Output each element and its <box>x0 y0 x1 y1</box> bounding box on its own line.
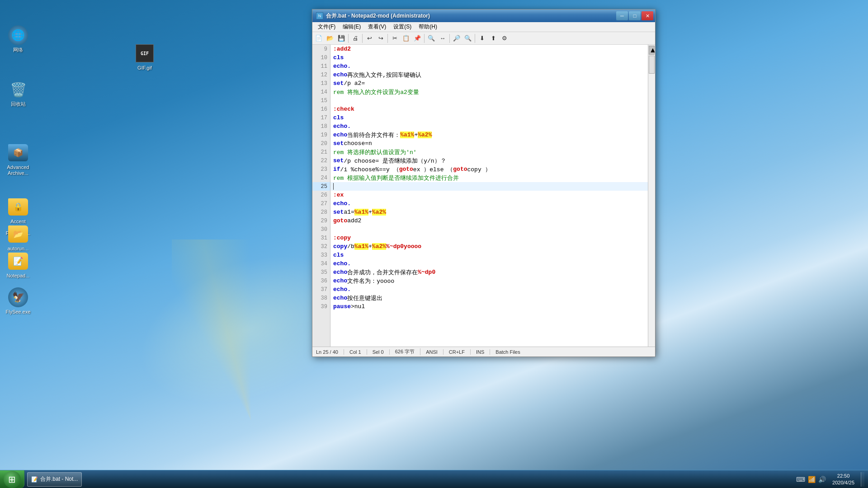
editor-container[interactable]: 9 10 11 12 13 14 15 16 17 18 19 20 21 22… <box>312 45 655 347</box>
toolbar-extra3[interactable]: ⚙ <box>499 33 510 43</box>
code-content-11: echo. <box>333 63 351 70</box>
code-content-24: rem 根据输入值判断是否继续添加文件进行合并 <box>333 174 459 182</box>
show-desktop-button[interactable] <box>861 472 864 487</box>
taskbar-item-label: 合并.bat - Not... <box>40 475 78 483</box>
toolbar-zoom-out[interactable]: 🔍 <box>462 33 473 43</box>
toolbar-extra2[interactable]: ⬆ <box>488 33 499 43</box>
code-line-18: echo. <box>330 122 648 131</box>
desktop-icon-gif[interactable]: GIF GIF.gif <box>129 41 160 74</box>
code-text-38: 按任意键退出 <box>347 294 382 302</box>
toolbar-new[interactable]: 📄 <box>313 33 324 43</box>
ln-12: 12 <box>312 70 330 79</box>
status-position: Ln 25 / 40 <box>316 349 344 355</box>
toolbar-cut[interactable]: ✂ <box>389 33 400 43</box>
status-chars: 626 字节 <box>395 348 420 355</box>
icon-label-gif: GIF.gif <box>136 64 153 72</box>
toolbar-open[interactable]: 📂 <box>325 33 335 43</box>
code-kw-36: echo <box>333 277 347 284</box>
toolbar-redo[interactable]: ↪ <box>375 33 386 43</box>
code-keyword-12: echo <box>333 71 347 78</box>
code-content-14: rem 将拖入的文件设置为a2变量 <box>333 88 419 96</box>
toolbar-copy[interactable]: 📋 <box>401 33 411 43</box>
desktop-icon-recycle[interactable]: 🗑️ 回收站 <box>2 77 34 110</box>
code-line-23: if /i %choose%==y （ goto ex ）else （ goto… <box>330 165 648 174</box>
notepad-window: N 合并.bat - Notepad2-mod (Administrator) … <box>312 9 656 357</box>
start-button[interactable]: ⊞ <box>0 470 24 488</box>
code-area[interactable]: :add2 cls echo. echo 再次拖入文件,按回车键确认 set /… <box>330 45 648 347</box>
clock[interactable]: 22:50 2020/4/25 <box>830 473 857 486</box>
icon-label-recycle: 回收站 <box>9 100 27 108</box>
code-line-36: echo 文件名为：yoooo <box>330 277 648 285</box>
code-plus-28: + <box>368 209 372 216</box>
menu-file[interactable]: 文件(F) <box>314 22 339 32</box>
toolbar-print[interactable]: 🖨 <box>350 33 361 43</box>
code-line-34: echo. <box>330 259 648 268</box>
code-line-22: set /p choose= 是否继续添加（y/n）？ <box>330 156 648 165</box>
code-var-28b: %a2% <box>372 209 386 216</box>
code-var-35: %~dp0 <box>418 269 435 276</box>
status-col: Col 1 <box>349 349 367 355</box>
desktop-light-effect <box>172 239 330 420</box>
ln-14: 14 <box>312 88 330 96</box>
code-content-37: echo. <box>333 286 351 293</box>
code-text-36: 文件名为：yoooo <box>347 277 394 285</box>
ln-23: 23 <box>312 165 330 174</box>
code-line-32: copy /b %a1% + %a2% %~dp0yoooo <box>330 242 648 251</box>
ln-33: 33 <box>312 251 330 259</box>
toolbar-undo[interactable]: ↩ <box>364 33 375 43</box>
code-line-24: rem 根据输入值判断是否继续添加文件进行合并 <box>330 174 648 182</box>
code-content-26: :ex <box>333 192 344 198</box>
window-titlebar: N 合并.bat - Notepad2-mod (Administrator) … <box>312 9 655 22</box>
ln-34: 34 <box>312 259 330 268</box>
desktop-icon-notepad[interactable]: 📝 Notepad... <box>2 249 34 282</box>
code-line-37: echo. <box>330 285 648 294</box>
menu-settings[interactable]: 设置(S) <box>390 22 415 32</box>
code-text-32a: /b <box>347 243 354 250</box>
toolbar-find[interactable]: 🔍 <box>426 33 437 43</box>
ln-21: 21 <box>312 148 330 156</box>
ln-15: 15 <box>312 96 330 105</box>
menu-edit[interactable]: 编辑(E) <box>339 22 364 32</box>
desktop-icon-network[interactable]: 🌐 网络 <box>2 23 34 56</box>
window-app-icon: N <box>316 12 323 19</box>
code-line-28: set a1= %a1% + %a2% <box>330 208 648 216</box>
toolbar-sep3 <box>387 34 388 43</box>
code-line-16: :check <box>330 105 648 113</box>
cursor-25 <box>333 183 334 190</box>
code-kw-if: if <box>333 166 340 173</box>
vertical-scrollbar[interactable]: ▲ <box>648 45 655 347</box>
menu-help[interactable]: 帮助(H) <box>415 22 441 32</box>
taskbar-items: 📝 合并.bat - Not... <box>24 470 793 488</box>
close-button[interactable]: ✕ <box>642 11 653 20</box>
ln-24: 24 <box>312 174 330 182</box>
menu-view[interactable]: 查看(V) <box>364 22 390 32</box>
code-line-10: cls <box>330 53 648 62</box>
status-file-type: Batch Files <box>495 349 525 355</box>
desktop-icon-flysee[interactable]: 🦅 FlySee.exe <box>2 285 34 318</box>
toolbar-save[interactable]: 💾 <box>336 33 347 43</box>
toolbar-sep2 <box>362 34 363 43</box>
code-text-39: >nul <box>351 303 365 310</box>
code-text-23c: copy ） <box>467 165 491 174</box>
code-line-39: pause>nul <box>330 302 648 311</box>
code-line-25[interactable] <box>330 182 648 191</box>
maximize-button[interactable]: □ <box>629 11 641 20</box>
minimize-button[interactable]: ─ <box>616 11 628 20</box>
desktop-icon-archive[interactable]: 📦 Advanced Archive... <box>2 140 34 179</box>
toolbar-sep4 <box>424 34 425 43</box>
code-var-19b: %a2% <box>418 131 432 138</box>
ln-11: 11 <box>312 62 330 70</box>
toolbar-paste[interactable]: 📌 <box>412 33 423 43</box>
scrollbar-thumb[interactable] <box>649 56 655 74</box>
code-text-19a: 当前待合并文件有： <box>347 131 400 139</box>
ln-18: 18 <box>312 122 330 131</box>
clock-time: 22:50 <box>837 473 850 479</box>
code-kw-19: echo <box>333 131 347 138</box>
code-text-13: /p a2= <box>344 80 365 87</box>
toolbar-replace[interactable]: ↔ <box>437 33 448 43</box>
toolbar-zoom-in[interactable]: 🔎 <box>451 33 462 43</box>
ln-37: 37 <box>312 285 330 294</box>
scrollbar-up[interactable]: ▲ <box>649 46 655 55</box>
toolbar-extra1[interactable]: ⬇ <box>476 33 487 43</box>
taskbar-item-notepad[interactable]: 📝 合并.bat - Not... <box>27 472 82 487</box>
